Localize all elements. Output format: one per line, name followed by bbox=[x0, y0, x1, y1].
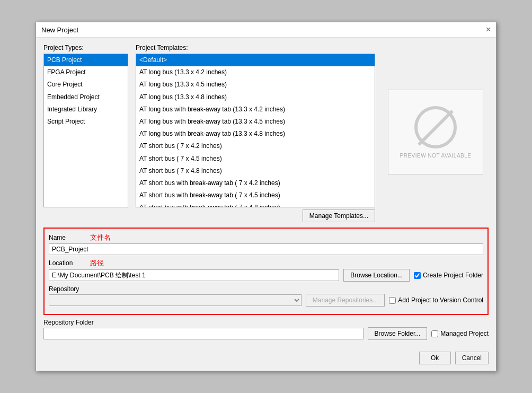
managed-project-label[interactable]: Managed Project bbox=[431, 330, 489, 337]
preview-box: PREVIEW NOT AVAILABLE bbox=[388, 90, 483, 174]
list-item[interactable]: AT long bus (13.3 x 4.8 inches) bbox=[136, 91, 375, 103]
name-chinese-label: 文件名 bbox=[90, 233, 111, 242]
list-item[interactable]: AT long bus with break-away tab (13.3 x … bbox=[136, 116, 375, 128]
repository-row: Manage Repositories... Add Project to Ve… bbox=[49, 294, 483, 307]
templates-list-with-scroll: <Default> AT long bus (13.3 x 4.2 inches… bbox=[136, 54, 375, 207]
project-types-label: Project Types: bbox=[43, 44, 128, 51]
location-field-block: Location 路径 Browse Location... Create Pr… bbox=[49, 258, 483, 282]
preview-label: PREVIEW NOT AVAILABLE bbox=[400, 153, 472, 159]
managed-project-checkbox[interactable] bbox=[431, 330, 438, 337]
list-item[interactable]: Integrated Library bbox=[44, 103, 128, 116]
list-item[interactable]: FPGA Project bbox=[44, 66, 128, 78]
no-preview-icon bbox=[414, 106, 457, 149]
repository-label: Repository bbox=[49, 285, 79, 293]
dialog-body: Project Types: PCB Project FPGA Project … bbox=[36, 38, 496, 346]
list-item[interactable]: AT long bus (13.3 x 4.5 inches) bbox=[136, 78, 375, 91]
ok-button[interactable]: Ok bbox=[419, 352, 451, 364]
list-item[interactable]: <Default> bbox=[136, 54, 375, 66]
title-bar: New Project × bbox=[36, 22, 496, 38]
project-types-list[interactable]: PCB Project FPGA Project Core Project Em… bbox=[43, 54, 128, 207]
project-templates-list[interactable]: <Default> AT long bus (13.3 x 4.2 inches… bbox=[136, 54, 375, 207]
location-chinese-label: 路径 bbox=[90, 258, 104, 268]
list-item[interactable]: AT short bus ( 7 x 4.5 inches) bbox=[136, 153, 375, 165]
browse-folder-button[interactable]: Browse Folder... bbox=[368, 327, 428, 340]
new-project-dialog: New Project × Project Types: PCB Project… bbox=[36, 22, 496, 371]
create-folder-label[interactable]: Create Project Folder bbox=[414, 272, 483, 279]
list-item[interactable]: AT long bus with break-away tab (13.3 x … bbox=[136, 103, 375, 116]
name-input[interactable] bbox=[49, 243, 483, 255]
location-input[interactable] bbox=[49, 269, 339, 281]
add-version-control-checkbox[interactable] bbox=[389, 297, 396, 304]
close-button[interactable]: × bbox=[486, 25, 491, 34]
dialog-title: New Project bbox=[41, 26, 78, 34]
list-item[interactable]: AT short bus ( 7 x 4.2 inches) bbox=[136, 140, 375, 152]
action-buttons: Ok Cancel bbox=[36, 346, 496, 371]
list-item[interactable]: AT short bus with break-away tab ( 7 x 4… bbox=[136, 189, 375, 202]
form-section: Name 文件名 Location 路径 Browse Location... bbox=[43, 228, 489, 315]
list-item[interactable]: Embedded Project bbox=[44, 91, 128, 103]
list-item[interactable]: Script Project bbox=[44, 116, 128, 128]
bottom-section: Repository Folder Browse Folder... Manag… bbox=[43, 318, 489, 340]
project-types-panel: Project Types: PCB Project FPGA Project … bbox=[43, 44, 128, 222]
repo-folder-label: Repository Folder bbox=[43, 319, 94, 326]
repo-folder-input[interactable] bbox=[43, 328, 363, 339]
list-item[interactable]: AT long bus (13.3 x 4.2 inches) bbox=[136, 66, 375, 78]
project-templates-label: Project Templates: bbox=[136, 44, 375, 51]
location-row: Browse Location... Create Project Folder bbox=[49, 269, 483, 282]
manage-templates-button[interactable]: Manage Templates... bbox=[303, 209, 375, 222]
cancel-button[interactable]: Cancel bbox=[455, 352, 489, 364]
preview-panel: PREVIEW NOT AVAILABLE bbox=[383, 44, 489, 222]
list-item[interactable]: AT long bus with break-away tab (13.3 x … bbox=[136, 128, 375, 140]
templates-list-content: <Default> AT long bus (13.3 x 4.2 inches… bbox=[136, 54, 375, 207]
name-field-block: Name 文件名 bbox=[49, 233, 483, 255]
list-item[interactable]: AT short bus ( 7 x 4.8 inches) bbox=[136, 165, 375, 177]
repo-folder-row: Browse Folder... Managed Project bbox=[43, 327, 489, 340]
list-item[interactable]: AT short bus with break-away tab ( 7 x 4… bbox=[136, 202, 375, 207]
name-label: Name bbox=[49, 234, 86, 241]
manage-repos-button[interactable]: Manage Repositories... bbox=[306, 294, 385, 307]
location-label: Location bbox=[49, 259, 86, 267]
browse-location-button[interactable]: Browse Location... bbox=[343, 269, 410, 282]
create-folder-checkbox[interactable] bbox=[414, 272, 421, 279]
repository-select[interactable] bbox=[49, 294, 302, 306]
project-templates-panel: Project Templates: <Default> AT long bus… bbox=[136, 44, 375, 222]
manage-templates-row: Manage Templates... bbox=[136, 209, 375, 222]
list-item[interactable]: AT short bus with break-away tab ( 7 x 4… bbox=[136, 177, 375, 189]
top-section: Project Types: PCB Project FPGA Project … bbox=[43, 44, 489, 222]
add-version-control-label[interactable]: Add Project to Version Control bbox=[389, 296, 483, 304]
repository-field-block: Repository Manage Repositories... Add Pr… bbox=[49, 285, 483, 307]
list-item[interactable]: Core Project bbox=[44, 78, 128, 91]
list-item[interactable]: PCB Project bbox=[44, 54, 128, 66]
